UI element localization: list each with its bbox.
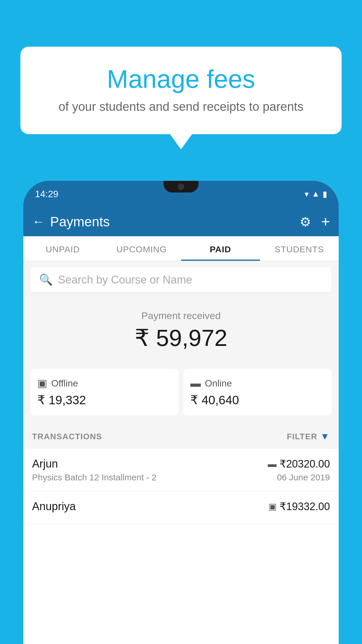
tab-paid[interactable]: PAID — [181, 236, 260, 261]
notch-camera — [178, 183, 184, 190]
transaction-name: Anupriya — [32, 500, 76, 513]
status-icons: ▾ ▲ ▮ — [305, 189, 327, 199]
filter-icon: ▼ — [320, 431, 330, 442]
transaction-row[interactable]: Anupriya ▣ ₹19332.00 — [23, 491, 339, 524]
transaction-name: Arjun — [32, 458, 58, 470]
speech-bubble: Manage fees of your students and send re… — [20, 47, 342, 134]
search-input[interactable]: Search by Course or Name — [58, 274, 192, 286]
app-header: ← Payments ⚙ + — [23, 207, 339, 236]
transaction-amount-wrap: ▬ ₹20320.00 — [268, 458, 330, 470]
tab-students[interactable]: STUDENTS — [260, 236, 339, 261]
search-bar[interactable]: 🔍 Search by Course or Name — [30, 267, 332, 293]
payment-type-icon: ▬ — [268, 459, 277, 469]
status-bar: 14:29 ▾ ▲ ▮ — [23, 181, 339, 207]
back-button[interactable]: ← — [32, 215, 44, 229]
add-button[interactable]: + — [321, 213, 330, 230]
transaction-amount: ₹20320.00 — [280, 458, 330, 470]
online-amount: ₹ 40,640 — [190, 393, 325, 407]
online-payment-card: ▬ Online ₹ 40,640 — [183, 369, 332, 415]
transactions-label: TRANSACTIONS — [32, 432, 102, 441]
offline-icon: ▣ — [37, 377, 47, 389]
transactions-header: TRANSACTIONS FILTER ▼ — [23, 424, 339, 449]
transaction-course: Physics Batch 12 Installment - 2 — [32, 473, 157, 482]
payment-received-label: Payment received — [30, 310, 332, 321]
signal-icon: ▲ — [312, 189, 320, 199]
search-icon: 🔍 — [39, 273, 53, 286]
offline-payment-card: ▣ Offline ₹ 19,332 — [30, 369, 179, 415]
battery-icon: ▮ — [323, 189, 327, 199]
transaction-amount: ₹19332.00 — [280, 501, 330, 513]
transaction-date: 06 June 2019 — [277, 473, 330, 482]
search-container: 🔍 Search by Course or Name — [23, 261, 339, 298]
payment-received-amount: ₹ 59,972 — [30, 324, 332, 351]
payment-received-section: Payment received ₹ 59,972 — [23, 298, 339, 369]
notch — [164, 181, 198, 192]
offline-label: Offline — [51, 378, 78, 389]
transaction-row[interactable]: Arjun ▬ ₹20320.00 Physics Batch 12 Insta… — [23, 449, 339, 491]
page-title: Payments — [50, 214, 294, 230]
tab-upcoming[interactable]: UPCOMING — [102, 236, 181, 261]
bubble-subtitle: of your students and send receipts to pa… — [35, 100, 327, 114]
transaction-amount-wrap: ▣ ₹19332.00 — [268, 501, 330, 513]
filter-button[interactable]: FILTER ▼ — [287, 431, 330, 442]
payment-cards: ▣ Offline ₹ 19,332 ▬ Online ₹ 40,640 — [23, 369, 339, 424]
tab-unpaid[interactable]: UNPAID — [23, 236, 102, 261]
offline-amount: ₹ 19,332 — [37, 393, 172, 407]
gear-icon[interactable]: ⚙ — [300, 214, 311, 229]
status-time: 14:29 — [35, 189, 58, 200]
tab-bar: UNPAID UPCOMING PAID STUDENTS — [23, 236, 339, 261]
phone-content: UNPAID UPCOMING PAID STUDENTS 🔍 Search b… — [23, 236, 339, 644]
payment-type-icon: ▣ — [268, 501, 277, 512]
transaction-details: Physics Batch 12 Installment - 2 06 June… — [32, 473, 330, 482]
filter-label: FILTER — [287, 432, 317, 441]
phone-frame: 14:29 ▾ ▲ ▮ ← Payments ⚙ + UNPAID UPCOMI… — [23, 181, 339, 644]
online-icon: ▬ — [190, 377, 201, 389]
bubble-title: Manage fees — [35, 64, 327, 94]
online-label: Online — [205, 378, 232, 389]
wifi-icon: ▾ — [305, 189, 309, 199]
